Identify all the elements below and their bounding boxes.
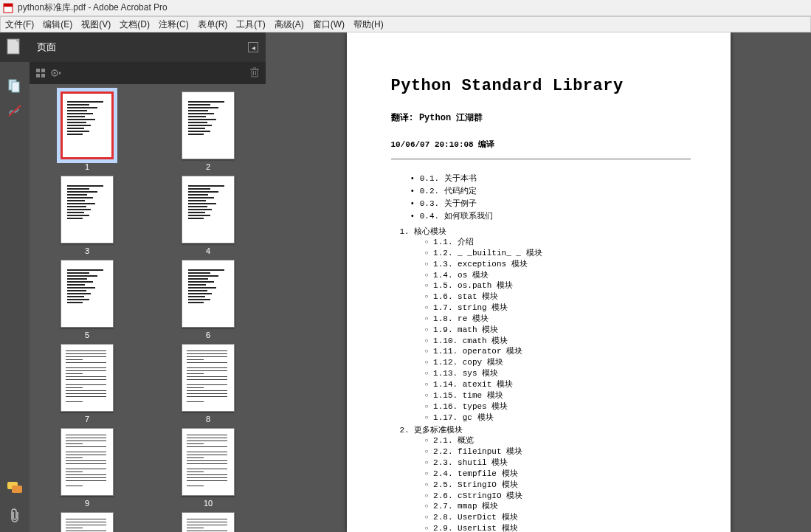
page-thumbnail[interactable] <box>61 176 114 243</box>
thumbnail-label: 4 <box>206 246 210 255</box>
toc-item: 2.1. 概览 <box>425 435 691 446</box>
svg-rect-9 <box>36 69 40 72</box>
signature-icon[interactable] <box>6 102 24 120</box>
page-thumbnail[interactable] <box>61 91 114 159</box>
toc-section: 2. 更多标准模块2.1. 概览2.2. fileinput 模块2.3. sh… <box>400 424 691 532</box>
delete-page-icon[interactable] <box>249 66 260 80</box>
menu-view[interactable]: 视图(V) <box>81 18 111 31</box>
attachment-icon[interactable] <box>6 507 24 525</box>
bookmark-icon[interactable] <box>6 77 24 94</box>
toc-item: 0.3. 关于例子 <box>410 198 691 209</box>
intro-list: 0.1. 关于本书0.2. 代码约定0.3. 关于例子0.4. 如何联系我们 <box>391 173 691 221</box>
document-view[interactable]: Python Standard Library 翻译: Python 江湖群 1… <box>266 32 811 532</box>
toc-item: 1.3. exceptions 模块 <box>425 259 691 270</box>
page-title: Python Standard Library <box>391 77 691 95</box>
pages-panel: 页面 ◂ 12345678910 <box>30 32 266 532</box>
thumbnail-label: 1 <box>85 162 89 171</box>
pages-panel-toolbar <box>30 62 266 84</box>
page-thumbnail[interactable] <box>61 260 114 328</box>
page-thumbnail[interactable] <box>182 344 235 412</box>
menu-document[interactable]: 文档(D) <box>120 18 150 31</box>
toc-item: 2.8. UserDict 模块 <box>425 512 691 523</box>
toc-item: 1.11. operator 模块 <box>425 346 691 357</box>
toc-item: 2.6. cStringIO 模块 <box>425 491 691 502</box>
toc-item: 0.4. 如何联系我们 <box>410 210 691 221</box>
thumbnail-label: 7 <box>85 415 89 424</box>
toc-item: 0.2. 代码约定 <box>410 185 691 196</box>
left-toolstrip <box>0 32 30 532</box>
menu-edit[interactable]: 编辑(E) <box>43 18 72 31</box>
page-thumbnail[interactable] <box>182 512 235 532</box>
svg-rect-8 <box>12 486 22 493</box>
svg-point-14 <box>54 72 56 75</box>
toc-item: 1.10. cmath 模块 <box>425 336 691 347</box>
svg-rect-1 <box>4 4 13 7</box>
toc-item: 1.4. os 模块 <box>425 270 691 281</box>
pages-panel-header: 页面 ◂ <box>30 32 266 62</box>
toc-item: 1.7. string 模块 <box>425 303 691 314</box>
page-subtitle: 翻译: Python 江湖群 <box>391 111 691 124</box>
toc-item: 1.6. stat 模块 <box>425 291 691 303</box>
collapse-panel-button[interactable]: ◂ <box>248 42 258 52</box>
title-bar: python标准库.pdf - Adobe Acrobat Pro <box>0 0 811 16</box>
page-thumbnail[interactable] <box>61 344 114 412</box>
pages-panel-icon[interactable] <box>4 37 24 58</box>
page-divider <box>391 159 691 159</box>
window-title: python标准库.pdf - Adobe Acrobat Pro <box>18 1 168 14</box>
toc-item: 1.1. 介绍 <box>425 237 691 248</box>
toc-item: 2.5. StringIO 模块 <box>425 480 691 491</box>
page-thumbnail[interactable] <box>182 176 235 243</box>
toc-item: 1.13. sys 模块 <box>425 368 691 379</box>
menu-comment[interactable]: 注释(C) <box>159 18 189 31</box>
menu-tools[interactable]: 工具(T) <box>236 18 265 31</box>
toc-item: 1.5. os.path 模块 <box>425 280 691 291</box>
page-date: 10/06/07 20:10:08 编译 <box>391 139 691 150</box>
pages-panel-title: 页面 <box>37 41 56 54</box>
toc-item: 1.14. atexit 模块 <box>425 379 691 390</box>
toc-item: 2.7. mmap 模块 <box>425 501 691 512</box>
toc-item: 2.9. UserList 模块 <box>425 523 691 532</box>
toc-item: 1.2. _ _builtin_ _ 模块 <box>425 248 691 259</box>
page-thumbnail[interactable] <box>182 428 235 496</box>
svg-rect-10 <box>41 69 45 72</box>
toc-item: 2.2. fileinput 模块 <box>425 446 691 457</box>
thumbnail-label: 6 <box>206 331 210 339</box>
page-thumbnail[interactable] <box>182 91 235 159</box>
thumbnail-label: 5 <box>85 331 89 339</box>
toc-item: 1.17. gc 模块 <box>425 412 691 424</box>
menu-bar: 文件(F) 编辑(E) 视图(V) 文档(D) 注释(C) 表单(R) 工具(T… <box>0 16 811 32</box>
menu-advanced[interactable]: 高级(A) <box>275 18 304 31</box>
page-thumbnail[interactable] <box>182 260 235 328</box>
thumbnail-label: 10 <box>204 499 213 508</box>
svg-rect-15 <box>252 69 258 77</box>
page-thumbnail[interactable] <box>61 512 114 532</box>
menu-window[interactable]: 窗口(W) <box>313 18 345 31</box>
toc-item: 1.9. math 模块 <box>425 325 691 336</box>
toc-item: 1.12. copy 模块 <box>425 357 691 368</box>
toc-section: 1. 核心模块1.1. 介绍1.2. _ _builtin_ _ 模块1.3. … <box>400 226 691 423</box>
thumbnail-label: 9 <box>85 499 89 508</box>
comments-icon[interactable] <box>6 479 24 497</box>
pdf-page: Python Standard Library 翻译: Python 江湖群 1… <box>347 32 731 532</box>
toc-item: 2.4. tempfile 模块 <box>425 469 691 480</box>
main-area: 页面 ◂ 12345678910 Python Standard Library… <box>0 32 811 532</box>
toc-item: 0.1. 关于本书 <box>410 173 691 184</box>
menu-help[interactable]: 帮助(H) <box>353 18 384 31</box>
options-gear-icon[interactable] <box>50 68 62 78</box>
thumbnail-label: 2 <box>206 162 210 171</box>
page-thumbnail[interactable] <box>61 428 114 496</box>
pdf-file-icon <box>3 3 13 13</box>
thumbnail-label: 3 <box>85 246 89 255</box>
thumbnail-view-icon[interactable] <box>35 68 46 78</box>
sections-list: 1. 核心模块1.1. 介绍1.2. _ _builtin_ _ 模块1.3. … <box>391 226 691 532</box>
svg-rect-5 <box>12 82 19 92</box>
menu-file[interactable]: 文件(F) <box>5 18 34 31</box>
menu-form[interactable]: 表单(R) <box>198 18 228 31</box>
svg-rect-11 <box>36 74 40 77</box>
toc-item: 1.16. types 模块 <box>425 401 691 412</box>
toc-item: 2.3. shutil 模块 <box>425 457 691 469</box>
toc-item: 1.8. re 模块 <box>425 314 691 325</box>
thumbnail-label: 8 <box>206 415 210 424</box>
toc-item: 1.15. time 模块 <box>425 390 691 401</box>
thumbnails-scroll[interactable]: 12345678910 <box>30 84 266 532</box>
